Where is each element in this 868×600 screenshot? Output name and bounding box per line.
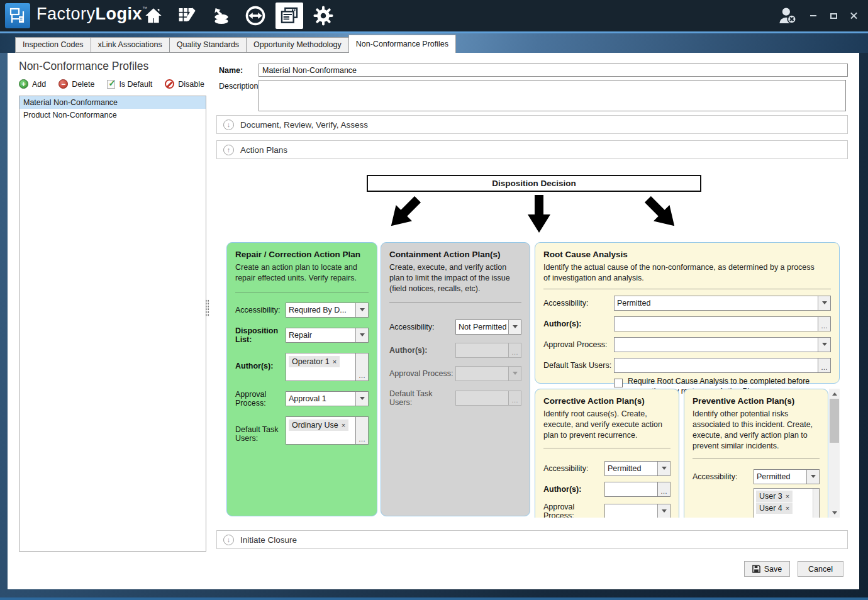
chevron-down-icon — [508, 367, 521, 381]
expand-icon: ↓ — [223, 535, 234, 545]
accessibility-select[interactable]: Permitted — [604, 461, 670, 476]
chevron-down-icon — [818, 296, 830, 310]
section-document-review[interactable]: ↓ Document, Review, Verify, Assess — [216, 115, 848, 134]
authors-field[interactable] — [604, 482, 658, 497]
users-list-field[interactable]: User 3× User 4× — [754, 488, 820, 518]
cancel-button[interactable]: Cancel — [798, 561, 843, 577]
is-default-icon: ✓ — [107, 80, 115, 89]
is-default-button[interactable]: ✓ Is Default — [107, 80, 152, 89]
default-task-users-field[interactable]: Ordinary Use× — [286, 416, 356, 445]
containment-panel: Containment Action Plan(s) Create, execu… — [381, 242, 530, 516]
disable-button[interactable]: Disable — [165, 79, 204, 89]
approval-process-select-disabled — [455, 366, 521, 381]
tab-inspection-codes[interactable]: Inspection Codes — [15, 37, 91, 53]
authors-field[interactable]: Operator 1× — [286, 353, 356, 381]
authors-picker-button[interactable]: … — [356, 353, 369, 381]
tab-strip: Inspection Codes xLink Associations Qual… — [0, 33, 868, 53]
default-task-users-picker-button[interactable]: … — [356, 416, 369, 445]
logout-user-icon[interactable] — [776, 4, 799, 27]
panel-description: Create, execute, and verify action plan … — [389, 262, 521, 294]
page-title: Non-Conformance Profiles — [19, 60, 148, 73]
delete-icon: − — [58, 79, 68, 89]
panels-scrollbar[interactable] — [829, 389, 840, 518]
action-plans-canvas: Repair / Correction Action Plan Create a… — [226, 242, 840, 518]
tab-xlink-associations[interactable]: xLink Associations — [91, 37, 170, 53]
disable-icon — [165, 79, 174, 89]
tab-non-conformance-profiles[interactable]: Non-Conformance Profiles — [348, 35, 456, 53]
accessibility-select[interactable]: Permitted — [614, 296, 831, 311]
section-action-plans[interactable]: ↑ Action Plans — [216, 140, 848, 159]
list-item-product-non-conformance[interactable]: Product Non-Conformance — [19, 109, 206, 121]
authors-label: Author(s): — [543, 319, 614, 328]
panel-description: Create an action plan to locate and repa… — [235, 262, 369, 284]
remove-tag-icon[interactable]: × — [786, 504, 789, 512]
accessibility-select[interactable]: Not Permitted — [455, 319, 521, 335]
title-bar: FactoryLogix™ — [0, 0, 868, 31]
remove-tag-icon[interactable]: × — [342, 421, 345, 429]
authors-picker-button[interactable]: … — [818, 316, 831, 331]
chevron-down-icon — [355, 392, 368, 406]
arrow-down-icon — [526, 195, 552, 233]
remove-tag-icon[interactable]: × — [333, 358, 337, 365]
approval-process-select[interactable] — [614, 337, 831, 352]
default-task-users-picker-button[interactable]: … — [818, 358, 831, 373]
authors-label: Author(s): — [543, 485, 604, 494]
remove-tag-icon[interactable]: × — [786, 492, 789, 500]
maximize-icon[interactable] — [828, 10, 839, 21]
add-button[interactable]: + Add — [19, 79, 46, 89]
content-area: Non-Conformance Profiles + Add − Delete … — [8, 53, 859, 589]
materials-icon[interactable] — [208, 3, 235, 29]
close-icon[interactable] — [848, 10, 859, 21]
default-task-users-label: Default Task Users: — [543, 361, 614, 370]
chevron-down-icon — [806, 470, 819, 484]
description-input[interactable] — [259, 80, 846, 111]
scroll-down-icon[interactable] — [829, 508, 840, 518]
settings-icon[interactable] — [309, 3, 337, 29]
authors-picker-button[interactable]: … — [658, 482, 670, 497]
save-button[interactable]: Save — [744, 561, 790, 577]
scrollbar-thumb[interactable] — [830, 399, 839, 443]
quality-documents-icon[interactable] — [275, 3, 303, 29]
approval-process-select[interactable]: Approval 1 — [286, 391, 369, 406]
panel-title: Repair / Correction Action Plan — [235, 250, 369, 259]
inner-scrollbar[interactable] — [813, 489, 819, 518]
splitter-grip[interactable] — [205, 299, 209, 317]
accessibility-label: Accessibility: — [389, 323, 455, 331]
section-initiate-closure[interactable]: ↓ Initiate Closure — [216, 530, 848, 549]
bottom-accent-line — [0, 597, 868, 600]
name-input[interactable] — [259, 64, 848, 77]
corrective-panel: Corrective Action Plan(s) Identify root … — [535, 389, 679, 518]
preventive-panel: Preventive Action Plan(s) Identify other… — [684, 389, 828, 518]
approval-process-label: Approval Process: — [389, 369, 455, 378]
chevron-down-icon — [355, 303, 368, 317]
default-task-users-field-disabled — [455, 391, 509, 406]
tab-opportunity-methodology[interactable]: Opportunity Methodology — [246, 37, 349, 53]
home-icon[interactable] — [140, 3, 167, 29]
save-icon — [752, 565, 760, 573]
list-item-material-non-conformance[interactable]: Material Non-Conformance — [19, 96, 206, 109]
profiles-toolbar: + Add − Delete ✓ Is Default Disable — [19, 79, 204, 89]
disposition-list-select[interactable]: Repair — [286, 328, 369, 343]
authors-field[interactable] — [614, 316, 818, 331]
accessibility-select[interactable]: Permitted — [754, 469, 820, 484]
delete-button[interactable]: − Delete — [58, 79, 94, 89]
approval-process-label: Approval Process: — [235, 390, 286, 408]
default-task-users-label: Default Task Users: — [235, 425, 286, 443]
production-icon[interactable] — [174, 3, 201, 29]
chevron-down-icon — [508, 320, 521, 334]
approval-process-select[interactable] — [604, 504, 670, 518]
minimize-icon[interactable] — [808, 10, 819, 21]
panel-title: Corrective Action Plan(s) — [543, 396, 670, 406]
require-rca-checkbox[interactable] — [614, 379, 623, 387]
disposition-list-label: Disposition List: — [235, 326, 286, 344]
tab-quality-standards[interactable]: Quality Standards — [169, 37, 247, 53]
default-task-users-field[interactable] — [614, 358, 818, 373]
expand-icon: ↓ — [223, 119, 234, 130]
accessibility-label: Accessibility: — [543, 299, 614, 308]
scroll-up-icon[interactable] — [829, 389, 840, 399]
default-task-users-label: Default Task Users: — [389, 389, 455, 407]
accessibility-select[interactable]: Required By D... — [286, 303, 369, 318]
accessibility-label: Accessibility: — [235, 306, 286, 314]
transfer-icon[interactable] — [242, 3, 269, 29]
main-navigation — [140, 0, 337, 31]
